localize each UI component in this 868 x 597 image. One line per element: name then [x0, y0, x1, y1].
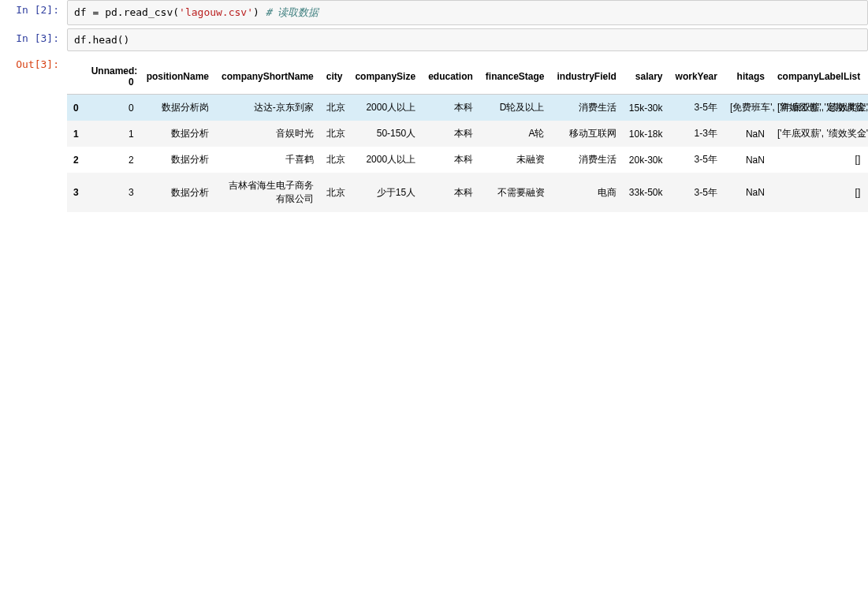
cell-companyShortName: 千喜鹤 [215, 147, 320, 173]
cell-salary: 15k-30k [623, 95, 669, 121]
col-companySize: companySize [348, 59, 422, 95]
cell-salary: 33k-50k [623, 173, 669, 212]
cell-companyShortName: 达达-京东到家 [215, 95, 320, 121]
cell-industryField: 消费生活 [551, 95, 623, 121]
code-op: = [92, 6, 105, 18]
cell-companyLabelList: ['年底双薪', '绩效奖金', '岗位晋升', '定期体检'] [771, 95, 866, 121]
out-prompt-3: Out[3]: [0, 54, 67, 212]
code-input-3[interactable]: df.head() [67, 28, 868, 51]
dataframe-table: Unnamed: 0 positionName companyShortName… [67, 59, 868, 212]
cell-workYear: 1-3年 [669, 121, 724, 147]
col-unnamed: Unnamed: 0 [85, 59, 140, 95]
cell-companySize: 50-150人 [348, 121, 422, 147]
cell-financeStage: D轮及以上 [479, 95, 551, 121]
cell-education: 本科 [422, 95, 479, 121]
cell-financeStage: 不需要融资 [479, 173, 551, 212]
col-companyShortName: companyShortName [215, 59, 320, 95]
cell-positionName: 数据分析 [140, 147, 215, 173]
table-row[interactable]: 3 3 数据分析 吉林省海生电子商务有限公司 北京 少于15人 本科 不需要融资… [67, 173, 868, 212]
table-row[interactable]: 1 1 数据分析 音娱时光 北京 50-150人 本科 A轮 移动互联网 10k… [67, 121, 868, 147]
row-index: 2 [67, 147, 85, 173]
cell-financeStage: 未融资 [479, 147, 551, 173]
table-row[interactable]: 2 2 数据分析 千喜鹤 北京 2000人以上 本科 未融资 消费生活 20k-… [67, 147, 868, 173]
col-workYear: workYear [669, 59, 724, 95]
code-cell-2: In [2]: df = pd.read_csv('lagouw.csv') #… [0, 0, 868, 25]
header-row: Unnamed: 0 positionName companyShortName… [67, 59, 868, 95]
cell-city: 北京 [320, 173, 349, 212]
cell-education: 本科 [422, 147, 479, 173]
code-module: pd [105, 6, 117, 18]
in-prompt-2: In [2]: [0, 0, 67, 25]
code-input-2[interactable]: df = pd.read_csv('lagouw.csv') # 读取数据 [67, 0, 868, 25]
code-string: 'lagouw.csv' [179, 6, 253, 18]
col-city: city [320, 59, 349, 95]
col-positionName: positionName [140, 59, 215, 95]
cell-companyLabelList: [] [771, 173, 866, 212]
cell-unnamed: 1 [85, 121, 140, 147]
cell-industryField: 消费生活 [551, 147, 623, 173]
cell-companyShortName: 吉林省海生电子商务有限公司 [215, 173, 320, 212]
cell-unnamed: 3 [85, 173, 140, 212]
code-func: read_csv [124, 6, 173, 18]
cell-workYear: 3-5年 [669, 147, 724, 173]
row-index: 3 [67, 173, 85, 212]
cell-workYear: 3-5年 [669, 95, 724, 121]
table-row[interactable]: 0 0 数据分析岗 达达-京东到家 北京 2000人以上 本科 D轮及以上 消费… [67, 95, 868, 121]
index-header [67, 59, 85, 95]
cell-companySize: 2000人以上 [348, 147, 422, 173]
cell-unnamed: 0 [85, 95, 140, 121]
cell-education: 本科 [422, 121, 479, 147]
col-hitags: hitags [724, 59, 771, 95]
cell-hitags: NaN [724, 147, 771, 173]
cell-education: 本科 [422, 173, 479, 212]
cell-hitags: NaN [724, 121, 771, 147]
cell-industryField: 移动互联网 [551, 121, 623, 147]
cell-salary: 10k-18k [623, 121, 669, 147]
code-var: df [74, 6, 92, 18]
col-companyLabelList: companyLabelList [771, 59, 866, 95]
cell-financeStage: A轮 [479, 121, 551, 147]
cell-companyShortName: 音娱时光 [215, 121, 320, 147]
cell-companySize: 2000人以上 [348, 95, 422, 121]
cell-hitags: NaN [724, 173, 771, 212]
code-text: df.head() [74, 34, 129, 46]
cell-workYear: 3-5年 [669, 173, 724, 212]
cell-industryField: 电商 [551, 173, 623, 212]
cell-companyLabelList: [] [771, 147, 866, 173]
cell-city: 北京 [320, 121, 349, 147]
col-education: education [422, 59, 479, 95]
row-index: 1 [67, 121, 85, 147]
cell-salary: 20k-30k [623, 147, 669, 173]
row-index: 0 [67, 95, 85, 121]
cell-city: 北京 [320, 147, 349, 173]
in-prompt-3: In [3]: [0, 28, 67, 51]
cell-city: 北京 [320, 95, 349, 121]
col-industryField: industryField [551, 59, 623, 95]
code-comment: # 读取数据 [266, 6, 319, 18]
cell-positionName: 数据分析 [140, 121, 215, 147]
code-cell-3: In [3]: df.head() [0, 28, 868, 51]
col-financeStage: financeStage [479, 59, 551, 95]
cell-unnamed: 2 [85, 147, 140, 173]
cell-positionName: 数据分析岗 [140, 95, 215, 121]
code-dot: . [117, 6, 124, 18]
code-paren-close: ) [253, 6, 266, 18]
cell-hitags: [免费班车', '新婚红包', '定期调薪', '电脑补贴', '生子红包', … [724, 95, 771, 121]
dataframe-output: Unnamed: 0 positionName companyShortName… [67, 54, 868, 212]
cell-companyLabelList: ['年底双薪', '绩效奖金', '带薪年假', '免费健身'] [771, 121, 866, 147]
cell-positionName: 数据分析 [140, 173, 215, 212]
col-salary: salary [623, 59, 669, 95]
code-paren: ( [173, 6, 179, 18]
cell-companySize: 少于15人 [348, 173, 422, 212]
output-cell-3: Out[3]: Unnamed: 0 positionName companyS… [0, 54, 868, 212]
